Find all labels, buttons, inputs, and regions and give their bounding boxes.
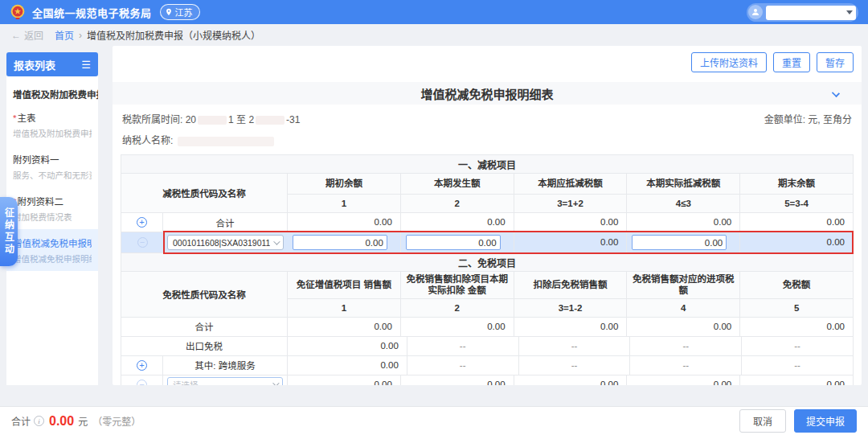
- info-icon[interactable]: i: [34, 416, 44, 426]
- sidebar-group-label: 增值税及附加税费申报...: [13, 88, 98, 101]
- cell-value: 0.00: [288, 337, 407, 355]
- redacted-date: [198, 116, 227, 125]
- col-header: 免税销售额扣除项目本期实际扣除 金额: [401, 272, 514, 298]
- sidebar-item-appendix-one[interactable]: 附列资料一 服务、不动产和无形资产扣..: [6, 146, 98, 187]
- back-button[interactable]: ← 返回: [11, 28, 43, 42]
- cell-value: --: [630, 337, 742, 355]
- cell-value: 0.00: [288, 375, 401, 385]
- submit-declaration-button[interactable]: 提交申报: [794, 409, 857, 433]
- col-formula: 1: [288, 299, 401, 317]
- table-row-crossborder-service: 其中: 跨境服务 0.00 -- -- -- --: [121, 356, 853, 375]
- row-label: 出口免税: [121, 337, 288, 355]
- col-formula: 1: [288, 195, 401, 212]
- cell-value: --: [519, 356, 631, 375]
- cell-value: 0.00: [401, 213, 514, 232]
- current-period-input[interactable]: [406, 235, 501, 250]
- col-formula: 2: [401, 195, 514, 212]
- col-formula: 4≤3: [627, 195, 740, 212]
- required-asterisk: *: [13, 113, 16, 123]
- back-arrow-icon: ←: [11, 30, 21, 41]
- cell-value: 0.00: [627, 318, 740, 336]
- row-label: 合计: [121, 318, 288, 336]
- collapse-section-chevron-icon[interactable]: [832, 89, 840, 97]
- col-formula: 3=1+2: [514, 195, 628, 212]
- cell-value: 0.00: [401, 318, 514, 336]
- expand-row-icon[interactable]: [137, 360, 147, 371]
- sidebar-group-toggle[interactable]: 增值税及附加税费申报...: [6, 88, 98, 104]
- sidebar-item-vat-reduction-detail[interactable]: 增值税减免税申报明... 增值税减免税申报明细表: [6, 229, 98, 271]
- table-row-export-exempt: 出口免税 0.00 -- -- -- --: [121, 337, 853, 356]
- footer-total-amount: 0.00: [49, 414, 74, 429]
- sidebar-item-appendix-two[interactable]: *附列资料二 附加税费情况表: [6, 187, 98, 229]
- collapse-list-icon[interactable]: ☰: [81, 59, 91, 71]
- tax-period: 税款所属时间: 201 至 2-31: [122, 112, 300, 125]
- section-header-reduction: 一、减税项目: [121, 155, 853, 174]
- collapse-row-icon[interactable]: [137, 237, 148, 248]
- cell-value: 0.00: [740, 232, 853, 252]
- col-header: 本期应抵减税额: [514, 174, 628, 194]
- cell-value: 0.00: [740, 213, 853, 232]
- chevron-down-icon: [273, 238, 280, 244]
- sidebar-item-subtitle: 增值税及附加税费申报表: [13, 127, 92, 139]
- actual-offset-input[interactable]: [632, 235, 727, 250]
- reset-button[interactable]: 重置: [773, 52, 810, 72]
- table-row-reduction-detail: 0001011608|SXA03190112... 0.00 0.00: [121, 232, 853, 253]
- taxpayer-row: 纳税人名称:: [113, 125, 862, 146]
- reduction-code-select[interactable]: 0001011608|SXA03190112...: [167, 235, 284, 250]
- top-bar: 全国统一规范电子税务局 江苏: [0, 0, 868, 24]
- col-formula: 3=1-2: [514, 299, 628, 317]
- table-row-total: 合计 0.00 0.00 0.00 0.00 0.00: [121, 318, 853, 337]
- cell-value: --: [742, 356, 853, 375]
- breadcrumb-home-link[interactable]: 首页: [55, 28, 74, 42]
- col-header: 扣除后免税销售额: [514, 272, 628, 298]
- collapse-row-icon[interactable]: [137, 380, 147, 385]
- sidebar-title: 报表列表: [14, 57, 55, 72]
- sidebar-item-subtitle: 服务、不动产和无形资产扣..: [13, 169, 92, 181]
- user-account-dropdown[interactable]: [747, 3, 858, 22]
- table-row-exemption-select: 请选择 0.00 0.00 0.00 0.00 0.00: [121, 375, 853, 385]
- row-label: 其中: 跨境服务: [163, 356, 288, 375]
- cell-value: 0.00: [288, 318, 401, 336]
- breadcrumb-current: 增值税及附加税费申报（小规模纳税人）: [87, 28, 260, 42]
- cell-value: 0.00: [514, 318, 628, 336]
- cancel-button[interactable]: 取消: [739, 409, 786, 433]
- cell-value: 0.00: [740, 318, 853, 336]
- sidebar-item-subtitle: 增值税减免税申报明细表: [13, 252, 92, 265]
- col-header: 免税销售额对应的进项税额: [627, 272, 740, 298]
- tax-interaction-floating-tab[interactable]: 征纳互动: [0, 197, 18, 266]
- form-title-band: 增值税减免税申报明细表: [113, 82, 862, 105]
- cell-value: 0.00: [740, 375, 853, 385]
- footer-bar: 合计 i 0.00 元 （零元整） 取消 提交申报: [0, 406, 868, 435]
- col-header: 免征增值税项目 销售额: [288, 272, 401, 298]
- region-selector[interactable]: 江苏: [160, 4, 200, 20]
- form-toolbar: 上传附送资料 重置 暂存: [113, 52, 862, 72]
- form-title: 增值税减免税申报明细表: [420, 85, 553, 102]
- exemption-code-select[interactable]: 请选择: [167, 377, 283, 385]
- chevron-down-icon: [272, 380, 279, 385]
- col-header-exemption-code: 免税性质代码及名称: [121, 272, 288, 317]
- region-label: 江苏: [175, 6, 193, 18]
- exemption-items-table: 二、免税项目 免税性质代码及名称 免征增值税项目 销售额 免税销售额扣除项目本期…: [121, 253, 853, 385]
- cell-value: --: [630, 356, 742, 375]
- cell-value: 0.00: [288, 213, 401, 232]
- upload-attachments-button[interactable]: 上传附送资料: [691, 52, 767, 72]
- cell-value: 0.00: [514, 213, 628, 232]
- save-draft-button[interactable]: 暂存: [817, 52, 854, 72]
- user-avatar-icon: [748, 5, 763, 19]
- section-header-exemption: 二、免税项目: [121, 253, 853, 272]
- tax-bureau-emblem-icon: [10, 4, 26, 20]
- col-formula: 5=3-4: [740, 195, 853, 212]
- sidebar-item-main-form[interactable]: *主表 增值税及附加税费申报表: [6, 104, 98, 146]
- opening-balance-input[interactable]: [293, 235, 387, 250]
- cell-value: 0.00: [514, 232, 628, 252]
- reduction-items-table: 一、减税项目 减税性质代码及名称 期初余额 本期发生额 本期应抵减税额 本期实际…: [121, 154, 854, 385]
- location-pin-icon: [165, 8, 173, 16]
- form-content-panel: 上传附送资料 重置 暂存 增值税减免税申报明细表 税款所属时间: 201 至 2…: [113, 46, 862, 385]
- expand-row-icon[interactable]: [137, 217, 147, 228]
- amount-unit-note: 金额单位: 元, 至角分: [764, 112, 852, 125]
- report-list-sidebar: 报表列表 ☰ 增值税及附加税费申报... *主表 增值税及附加税费申报表 附列资…: [6, 52, 98, 385]
- col-formula: 5: [740, 299, 853, 317]
- col-header: 本期发生额: [401, 174, 514, 194]
- cell-value: 0.00: [627, 375, 740, 385]
- user-select-input[interactable]: [766, 6, 856, 20]
